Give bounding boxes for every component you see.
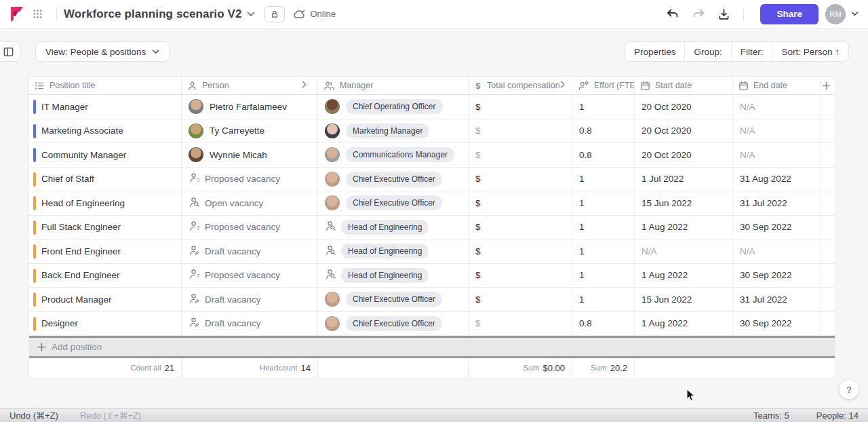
end-date-cell[interactable]: N/A	[733, 119, 821, 143]
account-chevron-down-icon[interactable]	[851, 12, 859, 16]
effort-cell[interactable]: 1	[572, 95, 635, 119]
compensation-cell[interactable]: $	[469, 239, 572, 263]
manager-chip[interactable]: Head of Engineering	[341, 244, 429, 258]
position-title-cell[interactable]: Community Manager	[29, 143, 182, 167]
effort-cell[interactable]: 0.8	[572, 143, 635, 167]
manager-cell[interactable]: Head of Engineering	[318, 239, 469, 263]
end-date-cell[interactable]: 31 Jul 2022	[733, 288, 821, 311]
person-cell[interactable]: Open vacancy	[182, 191, 318, 215]
end-date-cell[interactable]: 30 Sep 2022	[733, 312, 821, 336]
effort-cell[interactable]: 1	[572, 288, 635, 311]
person-cell[interactable]: ?Proposed vacancy	[182, 264, 318, 288]
manager-chip[interactable]: Chief Executive Officer	[346, 195, 442, 210]
compensation-cell[interactable]: $	[469, 288, 572, 311]
position-title-cell[interactable]: Front End Engineer	[29, 239, 182, 263]
manager-chip[interactable]: Head of Engineering	[341, 220, 429, 235]
app-grid-icon[interactable]	[33, 9, 43, 19]
group-button[interactable]: Group:	[685, 42, 731, 61]
compensation-cell[interactable]: $	[469, 264, 572, 288]
app-logo-icon[interactable]	[9, 6, 24, 22]
compensation-cell[interactable]: $	[469, 119, 572, 143]
sort-button[interactable]: Sort: Person ↑	[772, 42, 848, 61]
redo-icon[interactable]	[692, 8, 705, 20]
column-header-person[interactable]: Person	[182, 77, 318, 94]
compensation-cell[interactable]: $	[469, 143, 572, 167]
manager-cell[interactable]: Head of Engineering	[318, 216, 469, 239]
end-date-cell[interactable]: N/A	[733, 239, 821, 263]
start-date-cell[interactable]: 20 Oct 2020	[635, 143, 733, 167]
filter-button[interactable]: Filter:	[732, 42, 773, 61]
add-position-row[interactable]: Add position	[29, 336, 835, 358]
manager-chip[interactable]: Chief Operating Officer	[346, 99, 443, 114]
position-title-cell[interactable]: Marketing Associate	[29, 119, 182, 143]
title-chevron-down-icon[interactable]	[247, 12, 255, 17]
person-cell[interactable]: ?Proposed vacancy	[182, 216, 318, 239]
person-cell[interactable]: Draft vacancy	[182, 312, 318, 336]
manager-chip[interactable]: Head of Engineering	[341, 268, 429, 283]
undo-icon[interactable]	[666, 8, 679, 20]
lock-button[interactable]	[264, 6, 285, 22]
start-date-cell[interactable]: 20 Oct 2020	[635, 95, 733, 119]
statusbar-undo[interactable]: Undo (⌘+Z)	[9, 410, 58, 421]
manager-cell[interactable]: Head of Engineering	[318, 264, 469, 288]
start-date-cell[interactable]: 15 Jun 2022	[635, 288, 733, 311]
start-date-cell[interactable]: N/A	[635, 239, 733, 263]
compensation-cell[interactable]: $	[469, 191, 572, 215]
column-header-total-compensation[interactable]: $Total compensation	[469, 77, 572, 94]
manager-chip[interactable]: Chief Executive Officer	[346, 316, 442, 331]
effort-cell[interactable]: 1	[572, 264, 635, 288]
position-title-cell[interactable]: Chief of Staff	[29, 168, 182, 191]
manager-chip[interactable]: Communications Manager	[346, 147, 454, 162]
manager-cell[interactable]: Chief Operating Officer	[318, 95, 469, 119]
end-date-cell[interactable]: N/A	[733, 95, 821, 119]
manager-chip[interactable]: Marketing Manager	[346, 123, 429, 138]
effort-cell[interactable]: 1	[572, 216, 635, 239]
position-title-cell[interactable]: IT Manager	[29, 95, 182, 119]
effort-cell[interactable]: 1	[572, 168, 635, 191]
effort-cell[interactable]: 1	[572, 239, 635, 263]
end-date-cell[interactable]: 30 Sep 2022	[733, 264, 821, 288]
position-title-cell[interactable]: Designer	[29, 312, 182, 336]
column-header-position-title[interactable]: Position title	[29, 77, 182, 94]
start-date-cell[interactable]: 1 Jul 2022	[635, 168, 733, 191]
manager-cell[interactable]: Marketing Manager	[318, 119, 469, 143]
effort-cell[interactable]: 0.8	[572, 312, 635, 336]
manager-cell[interactable]: Chief Executive Officer	[318, 312, 469, 336]
compensation-cell[interactable]: $	[469, 95, 572, 119]
person-cell[interactable]: Draft vacancy	[182, 239, 318, 263]
user-avatar[interactable]: RM	[825, 4, 846, 24]
share-button[interactable]: Share	[760, 4, 818, 24]
manager-cell[interactable]: Chief Executive Officer	[318, 191, 469, 215]
toggle-sidebar-button[interactable]	[0, 41, 20, 62]
person-cell[interactable]: Draft vacancy	[182, 288, 318, 311]
column-header-end-date[interactable]: End date	[733, 77, 821, 94]
end-date-cell[interactable]: 31 Jul 2022	[733, 191, 821, 215]
person-cell[interactable]: Ty Carreyette	[182, 119, 318, 143]
add-column-button[interactable]	[821, 77, 836, 94]
view-selector-button[interactable]: View: People & positions	[35, 41, 170, 62]
compensation-cell[interactable]: $	[469, 168, 572, 191]
help-button[interactable]: ?	[840, 380, 859, 399]
start-date-cell[interactable]: 20 Oct 2020	[635, 119, 733, 143]
manager-cell[interactable]: Chief Executive Officer	[318, 168, 469, 191]
person-cell[interactable]: Wynnie Micah	[182, 143, 318, 167]
position-title-cell[interactable]: Head of Engineering	[29, 191, 182, 215]
statusbar-redo[interactable]: Redo (⇧+⌘+Z)	[80, 410, 141, 421]
column-header-manager[interactable]: Manager	[318, 77, 469, 94]
position-title-cell[interactable]: Full Stack Engineer	[29, 216, 182, 239]
position-title-cell[interactable]: Back End Engineer	[29, 264, 182, 288]
compensation-cell[interactable]: $	[469, 216, 572, 239]
manager-cell[interactable]: Chief Executive Officer	[318, 288, 469, 311]
end-date-cell[interactable]: 30 Sep 2022	[733, 216, 821, 239]
download-icon[interactable]	[717, 8, 730, 20]
start-date-cell[interactable]: 1 Aug 2022	[635, 312, 733, 336]
start-date-cell[interactable]: 15 Jun 2022	[635, 191, 733, 215]
column-header-start-date[interactable]: Start date	[635, 77, 733, 94]
person-cell[interactable]: ?Proposed vacancy	[182, 168, 318, 191]
end-date-cell[interactable]: 31 Aug 2022	[733, 168, 821, 191]
properties-button[interactable]: Properties	[625, 42, 686, 61]
manager-chip[interactable]: Chief Executive Officer	[346, 172, 442, 187]
manager-cell[interactable]: Communications Manager	[318, 143, 469, 167]
compensation-cell[interactable]: $	[469, 312, 572, 336]
effort-cell[interactable]: 0.8	[572, 119, 635, 143]
